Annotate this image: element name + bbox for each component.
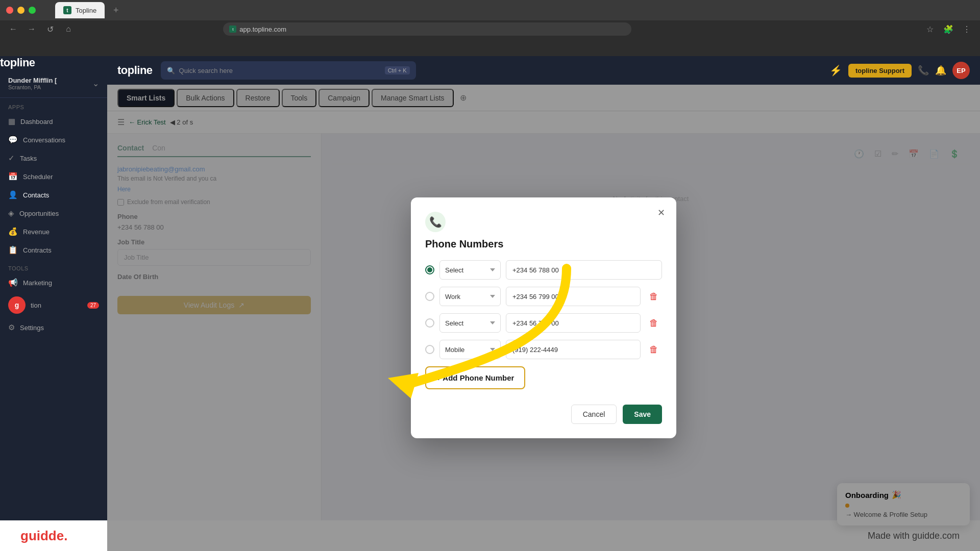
opportunities-icon: ◈ xyxy=(8,209,14,218)
contacts-icon: 👤 xyxy=(8,190,18,199)
reload-button[interactable]: ↺ xyxy=(43,22,57,36)
dashboard-icon: ▦ xyxy=(8,117,15,126)
new-tab-button[interactable]: + xyxy=(109,3,123,17)
phone-radio-2[interactable] xyxy=(425,292,434,301)
forward-button[interactable]: → xyxy=(24,22,39,36)
lightning-icon: ⚡ xyxy=(829,64,842,77)
sidebar-item-automation[interactable]: g tion 27 xyxy=(0,292,107,318)
modal-close-button[interactable]: ✕ xyxy=(654,206,668,220)
opportunities-label: Opportunities xyxy=(19,210,59,217)
bell-icon[interactable]: 🔔 xyxy=(935,65,946,76)
org-dropdown-icon[interactable]: ⌄ xyxy=(92,79,99,88)
phone-icon[interactable]: 📞 xyxy=(918,65,929,76)
sidebar-item-dashboard[interactable]: ▦ Dashboard xyxy=(0,112,107,131)
sidebar-item-revenue[interactable]: 💰 Revenue xyxy=(0,222,107,241)
delete-phone-3-button[interactable]: 🗑 xyxy=(646,315,662,331)
url-text: app.topline.com xyxy=(239,26,286,33)
tab-title: Topline xyxy=(76,7,96,14)
sidebar-item-contracts[interactable]: 📋 Contracts xyxy=(0,241,107,259)
app-topbar: topline 🔍 Quick search here Ctrl + K ⚡ t… xyxy=(107,56,980,85)
phone-input-1[interactable] xyxy=(506,260,662,280)
org-header[interactable]: Dunder Mifflin [ Scranton, PA ⌄ xyxy=(0,69,107,98)
main-content: topline 🔍 Quick search here Ctrl + K ⚡ t… xyxy=(107,56,980,551)
app-layout: topline Dunder Mifflin [ Scranton, PA ⌄ … xyxy=(0,56,980,551)
settings-label: Settings xyxy=(20,324,44,332)
contracts-label: Contracts xyxy=(23,246,52,254)
scheduler-icon: 📅 xyxy=(8,172,18,181)
phone-numbers-modal: ✕ 📞 Phone Numbers Select Work Mobile xyxy=(411,197,676,438)
search-placeholder: Quick search here xyxy=(179,67,233,74)
tab-favicon: t xyxy=(63,6,71,14)
modal-icon-wrap: 📞 xyxy=(425,212,446,232)
phone-input-3[interactable] xyxy=(506,313,641,333)
topline-logo: topline xyxy=(117,64,153,77)
phone-input-4[interactable] xyxy=(506,340,641,359)
settings-icon: ⚙ xyxy=(8,323,15,332)
automation-avatar: g xyxy=(8,296,26,314)
address-bar[interactable]: t app.topline.com xyxy=(223,22,631,36)
user-avatar[interactable]: EP xyxy=(952,62,970,79)
menu-icon[interactable]: ⋮ xyxy=(960,22,974,36)
add-phone-number-button[interactable]: + Add Phone Number xyxy=(425,366,525,389)
automation-label: tion xyxy=(31,302,41,309)
phone-type-select-4[interactable]: Select Work Mobile Home xyxy=(439,340,501,359)
extensions-icon[interactable]: 🧩 xyxy=(941,22,955,36)
back-button[interactable]: ← xyxy=(6,22,20,36)
app-brand: topline xyxy=(0,56,107,69)
modal-footer: Cancel Save xyxy=(425,399,662,424)
search-icon: 🔍 xyxy=(167,67,175,74)
cancel-button[interactable]: Cancel xyxy=(571,405,617,424)
browser-tab[interactable]: t Topline xyxy=(55,2,105,18)
tools-section-label: Tools xyxy=(0,259,107,273)
save-button[interactable]: Save xyxy=(623,405,662,424)
delete-phone-2-button[interactable]: 🗑 xyxy=(646,288,662,305)
automation-icon: g xyxy=(15,301,19,309)
maximize-window-btn[interactable] xyxy=(29,7,36,14)
marketing-label: Marketing xyxy=(23,279,52,287)
phone-type-select-3[interactable]: Select Work Mobile Home xyxy=(439,313,501,333)
sidebar: topline Dunder Mifflin [ Scranton, PA ⌄ … xyxy=(0,56,107,551)
phone-radio-1[interactable] xyxy=(425,265,434,274)
org-name: Dunder Mifflin [ xyxy=(8,77,57,84)
phone-row-1: Select Work Mobile Home xyxy=(425,260,662,280)
revenue-icon: 💰 xyxy=(8,227,18,236)
page-area: Smart Lists Bulk Actions Restore Tools C… xyxy=(107,85,980,551)
minimize-window-btn[interactable] xyxy=(17,7,24,14)
bookmark-icon[interactable]: ☆ xyxy=(923,22,937,36)
apps-section-label: Apps xyxy=(0,98,107,112)
revenue-label: Revenue xyxy=(23,228,50,236)
search-shortcut: Ctrl + K xyxy=(385,66,410,74)
phone-radio-4[interactable] xyxy=(425,345,434,354)
dashboard-label: Dashboard xyxy=(20,118,53,126)
home-button[interactable]: ⌂ xyxy=(61,22,76,36)
phone-input-2[interactable] xyxy=(506,287,641,306)
phone-green-icon: 📞 xyxy=(429,216,442,228)
phone-row-2: Select Work Mobile Home 🗑 xyxy=(425,287,662,306)
sidebar-item-marketing[interactable]: 📢 Marketing xyxy=(0,273,107,292)
phone-type-select-2[interactable]: Select Work Mobile Home xyxy=(439,287,501,306)
contacts-label: Contacts xyxy=(23,191,49,199)
phone-radio-3[interactable] xyxy=(425,318,434,328)
address-bar-row: ← → ↺ ⌂ t app.topline.com ☆ 🧩 ⋮ xyxy=(0,20,980,38)
close-window-btn[interactable] xyxy=(6,7,13,14)
conversations-label: Conversations xyxy=(23,136,65,144)
browser-chrome: t Topline + ← → ↺ ⌂ t app.topline.com ☆ … xyxy=(0,0,980,56)
phone-row-4: Select Work Mobile Home 🗑 xyxy=(425,340,662,359)
title-bar: t Topline + xyxy=(0,0,980,20)
topbar-actions: ⚡ topline Support 📞 🔔 EP xyxy=(829,62,970,79)
sidebar-item-tasks[interactable]: ✓ Tasks xyxy=(0,149,107,167)
sidebar-item-settings[interactable]: ⚙ Settings xyxy=(0,318,107,337)
marketing-icon: 📢 xyxy=(8,278,18,287)
sidebar-item-opportunities[interactable]: ◈ Opportunities xyxy=(0,204,107,222)
sidebar-item-contacts[interactable]: 👤 Contacts xyxy=(0,186,107,204)
conversations-icon: 💬 xyxy=(8,135,18,144)
sidebar-item-conversations[interactable]: 💬 Conversations xyxy=(0,131,107,149)
scheduler-label: Scheduler xyxy=(23,173,53,181)
search-bar[interactable]: 🔍 Quick search here Ctrl + K xyxy=(161,61,416,80)
delete-phone-4-button[interactable]: 🗑 xyxy=(646,341,662,358)
modal-overlay: ✕ 📞 Phone Numbers Select Work Mobile xyxy=(107,85,980,551)
modal-title: Phone Numbers xyxy=(425,238,662,250)
support-button[interactable]: topline Support xyxy=(848,64,912,78)
sidebar-item-scheduler[interactable]: 📅 Scheduler xyxy=(0,167,107,186)
phone-type-select-1[interactable]: Select Work Mobile Home xyxy=(439,260,501,280)
